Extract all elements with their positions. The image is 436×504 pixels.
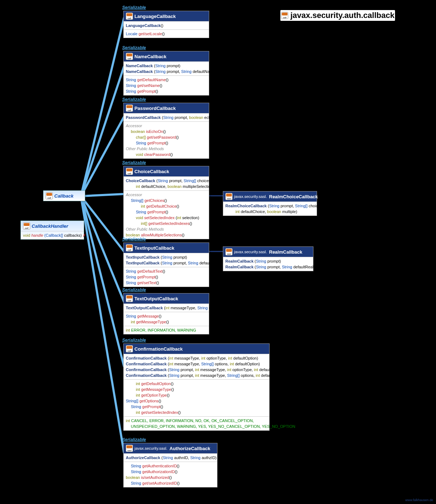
method: Locale get/setLocale() (124, 29, 209, 38)
credit-text: www.falkhausen.de (405, 498, 433, 502)
passwordcallback-header: PasswordCallback (124, 103, 209, 113)
confirmationcallback-box: ConfirmationCallback ConfirmationCallbac… (123, 343, 270, 431)
textinputcallback-box: TextInputCallback TextInputCallback (Str… (123, 242, 209, 287)
svg-line-3 (81, 194, 124, 196)
package-icon (281, 12, 288, 19)
serializable-label: Serializable (122, 437, 146, 442)
class-icon (126, 244, 133, 251)
namecallback-box: NameCallback NameCallback (String prompt… (123, 51, 209, 96)
ctor: AuthorizeCallback (String authnID, Strin… (124, 453, 217, 462)
svg-line-0 (81, 18, 124, 196)
ctor: LanguageCallback() (124, 21, 209, 29)
confirmationcallback-header: ConfirmationCallback (124, 344, 269, 354)
class-icon (225, 193, 233, 200)
serializable-label: Serializable (122, 160, 146, 165)
class-icon (126, 53, 133, 60)
methods: String getDefaultName() String get/setNa… (124, 75, 209, 95)
languagecallback-box: LanguageCallback LanguageCallback() Loca… (123, 11, 209, 38)
textinputcallback-header: TextInputCallback (124, 243, 209, 253)
ctor: ChoiceCallback (String prompt, String[] … (124, 176, 209, 190)
callback-name: Callback (54, 193, 73, 199)
ctor: TextOutputCallback (int messageType, Str… (124, 304, 209, 312)
ctors: TextInputCallback (String prompt) TextIn… (124, 253, 209, 267)
callback-header: Callback (43, 191, 85, 201)
authorizecallback-box: javax.security.sasl.AuthorizeCallback Au… (123, 443, 217, 487)
serializable-label: Serializable (122, 5, 146, 10)
class-icon (126, 295, 133, 302)
passwordcallback-box: PasswordCallback PasswordCallback (Strin… (123, 103, 209, 159)
realmcallback-header: javax.security.sasl.RealmCallback (223, 247, 313, 257)
textoutputcallback-box: TextOutputCallback TextOutputCallback (i… (123, 293, 209, 334)
callbackhandler-method: void handle (Callback[] callbacks) ✗ (21, 231, 84, 239)
textoutputcallback-header: TextOutputCallback (124, 293, 209, 304)
svg-line-6 (81, 196, 124, 366)
serializable-label: Serializable (122, 338, 146, 343)
class-icon (126, 105, 133, 112)
class-icon (126, 345, 133, 352)
callbackhandler-header: CallbackHandler (21, 221, 84, 231)
choicecallback-header: ChoiceCallback (124, 166, 209, 176)
package-name: javax.security.auth.callback (290, 11, 394, 20)
class-icon (126, 13, 133, 20)
ctor: RealmChoiceCallback (String prompt, Stri… (223, 202, 317, 216)
ctors: ConfirmationCallback (int messageType, i… (124, 354, 269, 379)
realmchoicecallback-header: javax.security.sasl.RealmChoiceCallback (223, 191, 317, 202)
authorizecallback-header: javax.security.sasl.AuthorizeCallback (124, 443, 217, 453)
svg-line-7 (81, 196, 124, 453)
class-icon (126, 168, 133, 175)
languagecallback-header: LanguageCallback (124, 11, 209, 21)
constants: int ERROR, INFORMATION, WARNING (124, 326, 209, 334)
serializable-label: Serializable (122, 237, 146, 242)
callbackhandler-box: CallbackHandler void handle (Callback[] … (20, 221, 84, 240)
callbackhandler-name: CallbackHandler (32, 223, 68, 229)
methods: int getDefaultOption() int getMessageTyp… (124, 379, 269, 416)
choicecallback-box: ChoiceCallback ChoiceCallback (String pr… (123, 166, 209, 239)
svg-line-1 (81, 66, 124, 196)
methods: Accessor String[] getChoices() int getDe… (124, 190, 209, 239)
methods: Accessor boolean isEchoOn() char[] get/s… (124, 121, 209, 158)
methods: String getAuthenticationID() String getA… (124, 462, 217, 487)
serializable-label: Serializable (122, 287, 146, 292)
namecallback-header: NameCallback (124, 51, 209, 61)
class-icon (225, 248, 233, 255)
serializable-label: Serializable (122, 45, 146, 50)
package-title: javax.security.auth.callback (280, 10, 395, 21)
svg-line-2 (81, 117, 124, 196)
ctors: NameCallback (String prompt) NameCallbac… (124, 61, 209, 75)
svg-line-5 (81, 196, 124, 302)
serializable-label: Serializable (122, 97, 146, 102)
constants: int CANCEL, ERROR, INFORMATION, NO, OK, … (124, 416, 269, 430)
callback-interface-box: Callback (43, 190, 85, 201)
methods: String getMessage() int getMessageType() (124, 312, 209, 326)
realmchoicecallback-box: javax.security.sasl.RealmChoiceCallback … (223, 191, 317, 216)
class-icon (23, 222, 30, 230)
realmcallback-box: javax.security.sasl.RealmCallback RealmC… (223, 246, 313, 271)
svg-line-4 (81, 196, 124, 251)
ctors: RealmCallback (String prompt) RealmCallb… (223, 257, 313, 271)
methods: String getDefaultText() String getPrompt… (124, 267, 209, 287)
class-icon (46, 192, 53, 199)
ctor: PasswordCallback (String prompt, boolean… (124, 113, 209, 121)
class-icon (126, 445, 133, 452)
